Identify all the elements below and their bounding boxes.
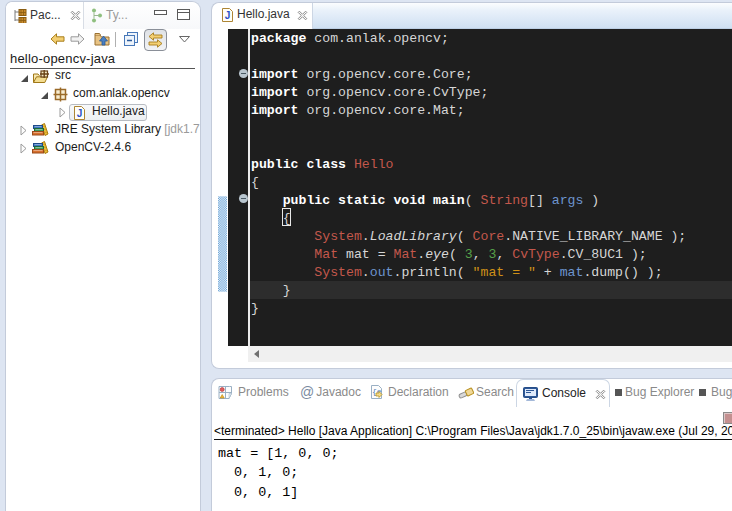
svg-text:J: J	[77, 108, 83, 119]
svg-text:J: J	[225, 10, 231, 21]
